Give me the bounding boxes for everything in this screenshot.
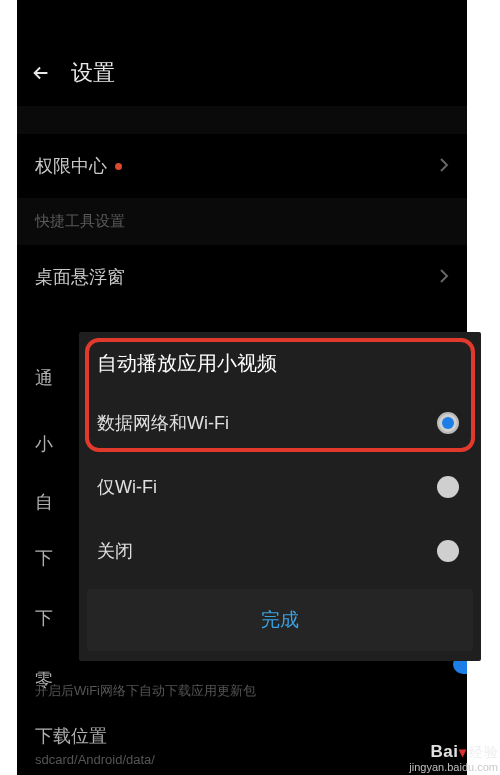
- dialog-title: 自动播放应用小视频: [79, 332, 481, 393]
- auto-update-description: 开启后WiFi网络下自动下载应用更新包: [17, 682, 467, 708]
- watermark-brand: Bai▾: [431, 743, 466, 760]
- bg-item-partial: 通: [17, 346, 57, 410]
- radio-selected-icon: [437, 412, 459, 434]
- chevron-right-icon: [439, 266, 449, 289]
- radio-option-data-and-wifi[interactable]: 数据网络和Wi-Fi: [79, 393, 481, 455]
- settings-item-download-location[interactable]: 下载位置: [17, 708, 467, 752]
- spacer: [17, 106, 467, 134]
- radio-label: 仅Wi-Fi: [97, 475, 157, 499]
- section-header-quick-tools: 快捷工具设置: [17, 198, 467, 245]
- dialog-done-button[interactable]: 完成: [87, 589, 473, 651]
- radio-unselected-icon: [437, 476, 459, 498]
- radio-option-off[interactable]: 关闭: [79, 519, 481, 583]
- bg-item-partial: 下: [17, 586, 57, 650]
- bg-item-partial: 小: [17, 412, 57, 476]
- radio-label: 关闭: [97, 539, 133, 563]
- permission-center-label: 权限中心: [35, 154, 107, 178]
- back-arrow-icon[interactable]: [29, 62, 53, 84]
- bg-item-partial: 下: [17, 526, 57, 590]
- watermark: Bai▾ 经验 jingyan.baidu.com: [409, 743, 498, 773]
- radio-label: 数据网络和Wi-Fi: [97, 411, 229, 435]
- desktop-float-label: 桌面悬浮窗: [35, 265, 125, 289]
- autoplay-dialog: 自动播放应用小视频 数据网络和Wi-Fi 仅Wi-Fi 关闭 完成: [79, 332, 481, 661]
- phone-frame: 设置 权限中心 快捷工具设置 桌面悬浮窗 通 小 自 下 下 零: [17, 0, 467, 775]
- radio-option-wifi-only[interactable]: 仅Wi-Fi: [79, 455, 481, 519]
- bg-item-partial: 自: [17, 470, 57, 534]
- settings-item-permission-center[interactable]: 权限中心: [17, 134, 467, 198]
- settings-screen: 设置 权限中心 快捷工具设置 桌面悬浮窗 通 小 自 下 下 零: [17, 0, 467, 775]
- watermark-url: jingyan.baidu.com: [409, 762, 498, 773]
- watermark-brand-suffix: 经验: [469, 745, 498, 759]
- chevron-right-icon: [439, 155, 449, 178]
- download-path: sdcard/Android/data/: [17, 752, 467, 775]
- header-bar: 设置: [17, 0, 467, 100]
- page-title: 设置: [71, 58, 115, 88]
- settings-item-desktop-float[interactable]: 桌面悬浮窗: [17, 245, 467, 309]
- radio-unselected-icon: [437, 540, 459, 562]
- notification-dot-icon: [115, 163, 122, 170]
